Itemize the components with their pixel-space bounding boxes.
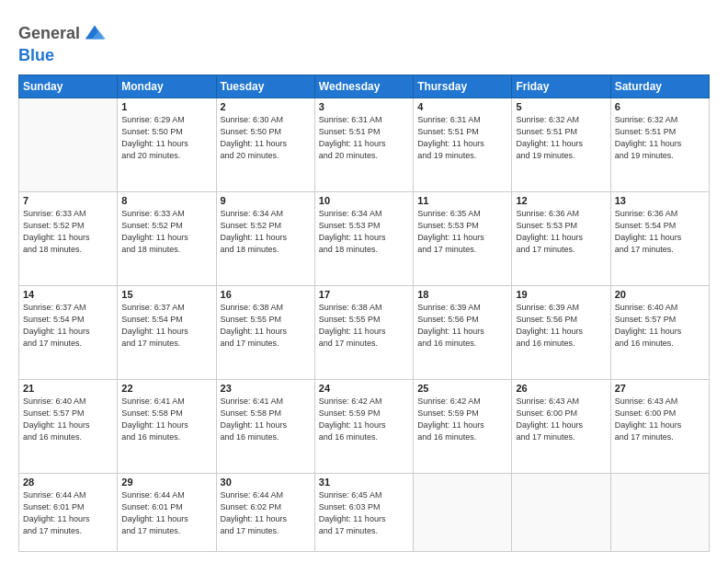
day-number: 19: [516, 289, 606, 300]
calendar-cell: 10Sunrise: 6:34 AM Sunset: 5:53 PM Dayli…: [314, 192, 413, 286]
calendar-cell: 1Sunrise: 6:29 AM Sunset: 5:50 PM Daylig…: [118, 98, 216, 192]
day-number: 16: [221, 289, 311, 300]
calendar-cell: 8Sunrise: 6:33 AM Sunset: 5:52 PM Daylig…: [118, 192, 216, 286]
calendar-cell: 29Sunrise: 6:44 AM Sunset: 6:01 PM Dayli…: [118, 474, 216, 552]
calendar-cell: 5Sunrise: 6:32 AM Sunset: 5:51 PM Daylig…: [512, 98, 610, 192]
day-info: Sunrise: 6:43 AM Sunset: 6:00 PM Dayligh…: [516, 396, 606, 443]
header: General Blue: [18, 17, 710, 65]
day-info: Sunrise: 6:37 AM Sunset: 5:54 PM Dayligh…: [23, 302, 113, 350]
day-info: Sunrise: 6:40 AM Sunset: 5:57 PM Dayligh…: [23, 396, 113, 443]
weekday-header-thursday: Thursday: [414, 75, 512, 98]
week-row-4: 21Sunrise: 6:40 AM Sunset: 5:57 PM Dayli…: [19, 380, 710, 474]
calendar-cell: 3Sunrise: 6:31 AM Sunset: 5:51 PM Daylig…: [314, 98, 413, 192]
day-number: 20: [615, 289, 705, 300]
day-number: 23: [221, 383, 311, 394]
calendar-cell: 23Sunrise: 6:41 AM Sunset: 5:58 PM Dayli…: [216, 380, 314, 474]
day-info: Sunrise: 6:39 AM Sunset: 5:56 PM Dayligh…: [516, 302, 606, 350]
calendar-cell: 11Sunrise: 6:35 AM Sunset: 5:53 PM Dayli…: [414, 192, 512, 286]
calendar-cell: 6Sunrise: 6:32 AM Sunset: 5:51 PM Daylig…: [610, 98, 709, 192]
calendar-cell: 30Sunrise: 6:44 AM Sunset: 6:02 PM Dayli…: [216, 474, 314, 552]
day-number: 31: [319, 477, 409, 488]
day-number: 8: [121, 195, 211, 206]
day-number: 28: [23, 477, 113, 488]
weekday-header-monday: Monday: [118, 75, 216, 98]
day-number: 18: [417, 289, 507, 300]
weekday-header-friday: Friday: [512, 75, 610, 98]
day-info: Sunrise: 6:32 AM Sunset: 5:51 PM Dayligh…: [615, 114, 705, 162]
weekday-header-tuesday: Tuesday: [216, 75, 314, 98]
calendar-cell: 20Sunrise: 6:40 AM Sunset: 5:57 PM Dayli…: [610, 286, 709, 380]
day-number: 22: [121, 383, 211, 394]
calendar-cell: 15Sunrise: 6:37 AM Sunset: 5:54 PM Dayli…: [118, 286, 216, 380]
day-number: 11: [417, 195, 507, 206]
day-number: 26: [516, 383, 606, 394]
day-info: Sunrise: 6:34 AM Sunset: 5:53 PM Dayligh…: [319, 208, 409, 256]
calendar-cell: 17Sunrise: 6:38 AM Sunset: 5:55 PM Dayli…: [314, 286, 413, 380]
day-info: Sunrise: 6:30 AM Sunset: 5:50 PM Dayligh…: [221, 114, 311, 162]
calendar-cell: 9Sunrise: 6:34 AM Sunset: 5:52 PM Daylig…: [216, 192, 314, 286]
calendar-table: SundayMondayTuesdayWednesdayThursdayFrid…: [18, 75, 710, 552]
day-number: 27: [615, 383, 705, 394]
day-info: Sunrise: 6:42 AM Sunset: 5:59 PM Dayligh…: [319, 396, 409, 443]
logo-blue-text: Blue: [18, 46, 54, 64]
calendar-cell: 16Sunrise: 6:38 AM Sunset: 5:55 PM Dayli…: [216, 286, 314, 380]
day-info: Sunrise: 6:41 AM Sunset: 5:58 PM Dayligh…: [221, 396, 311, 443]
day-info: Sunrise: 6:33 AM Sunset: 5:52 PM Dayligh…: [121, 208, 211, 256]
day-number: 10: [319, 195, 409, 206]
day-info: Sunrise: 6:42 AM Sunset: 5:59 PM Dayligh…: [417, 396, 507, 443]
calendar-cell: 13Sunrise: 6:36 AM Sunset: 5:54 PM Dayli…: [610, 192, 709, 286]
week-row-2: 7Sunrise: 6:33 AM Sunset: 5:52 PM Daylig…: [19, 192, 710, 286]
page: General Blue SundayMondayTuesdayWednesda…: [0, 0, 728, 563]
day-number: 14: [23, 289, 113, 300]
day-number: 29: [121, 477, 211, 488]
calendar-cell: [512, 474, 610, 552]
calendar-cell: 26Sunrise: 6:43 AM Sunset: 6:00 PM Dayli…: [512, 380, 610, 474]
week-row-5: 28Sunrise: 6:44 AM Sunset: 6:01 PM Dayli…: [19, 474, 710, 552]
calendar-cell: 19Sunrise: 6:39 AM Sunset: 5:56 PM Dayli…: [512, 286, 610, 380]
calendar-cell: [414, 474, 512, 552]
logo: General Blue: [18, 20, 108, 65]
calendar-cell: 21Sunrise: 6:40 AM Sunset: 5:57 PM Dayli…: [19, 380, 118, 474]
day-info: Sunrise: 6:36 AM Sunset: 5:53 PM Dayligh…: [516, 208, 606, 256]
calendar-cell: 2Sunrise: 6:30 AM Sunset: 5:50 PM Daylig…: [216, 98, 314, 192]
day-info: Sunrise: 6:39 AM Sunset: 5:56 PM Dayligh…: [417, 302, 507, 350]
calendar-cell: [610, 474, 709, 552]
week-row-1: 1Sunrise: 6:29 AM Sunset: 5:50 PM Daylig…: [19, 98, 710, 192]
day-number: 15: [121, 289, 211, 300]
day-info: Sunrise: 6:44 AM Sunset: 6:02 PM Dayligh…: [221, 489, 311, 537]
weekday-header-row: SundayMondayTuesdayWednesdayThursdayFrid…: [19, 75, 710, 98]
day-info: Sunrise: 6:38 AM Sunset: 5:55 PM Dayligh…: [319, 302, 409, 350]
day-info: Sunrise: 6:45 AM Sunset: 6:03 PM Dayligh…: [319, 489, 409, 537]
day-info: Sunrise: 6:32 AM Sunset: 5:51 PM Dayligh…: [516, 114, 606, 162]
day-number: 12: [516, 195, 606, 206]
day-number: 4: [417, 101, 507, 112]
day-number: 7: [23, 195, 113, 206]
day-info: Sunrise: 6:38 AM Sunset: 5:55 PM Dayligh…: [221, 302, 311, 350]
day-info: Sunrise: 6:40 AM Sunset: 5:57 PM Dayligh…: [615, 302, 705, 350]
day-info: Sunrise: 6:34 AM Sunset: 5:52 PM Dayligh…: [221, 208, 311, 256]
weekday-header-wednesday: Wednesday: [314, 75, 413, 98]
day-info: Sunrise: 6:37 AM Sunset: 5:54 PM Dayligh…: [121, 302, 211, 350]
calendar-cell: [19, 98, 118, 192]
day-number: 25: [417, 383, 507, 394]
day-number: 13: [615, 195, 705, 206]
day-number: 30: [221, 477, 311, 488]
day-info: Sunrise: 6:44 AM Sunset: 6:01 PM Dayligh…: [23, 489, 113, 537]
day-number: 24: [319, 383, 409, 394]
calendar-cell: 4Sunrise: 6:31 AM Sunset: 5:51 PM Daylig…: [414, 98, 512, 192]
calendar-cell: 28Sunrise: 6:44 AM Sunset: 6:01 PM Dayli…: [19, 474, 118, 552]
calendar-cell: 7Sunrise: 6:33 AM Sunset: 5:52 PM Daylig…: [19, 192, 118, 286]
day-number: 17: [319, 289, 409, 300]
calendar-cell: 12Sunrise: 6:36 AM Sunset: 5:53 PM Dayli…: [512, 192, 610, 286]
day-number: 9: [221, 195, 311, 206]
calendar-cell: 31Sunrise: 6:45 AM Sunset: 6:03 PM Dayli…: [314, 474, 413, 552]
day-number: 1: [121, 101, 211, 112]
logo-icon: [82, 20, 108, 46]
day-number: 6: [615, 101, 705, 112]
day-info: Sunrise: 6:43 AM Sunset: 6:00 PM Dayligh…: [615, 396, 705, 443]
day-info: Sunrise: 6:31 AM Sunset: 5:51 PM Dayligh…: [319, 114, 409, 162]
calendar-cell: 25Sunrise: 6:42 AM Sunset: 5:59 PM Dayli…: [414, 380, 512, 474]
weekday-header-sunday: Sunday: [19, 75, 118, 98]
calendar-cell: 14Sunrise: 6:37 AM Sunset: 5:54 PM Dayli…: [19, 286, 118, 380]
day-info: Sunrise: 6:29 AM Sunset: 5:50 PM Dayligh…: [121, 114, 211, 162]
